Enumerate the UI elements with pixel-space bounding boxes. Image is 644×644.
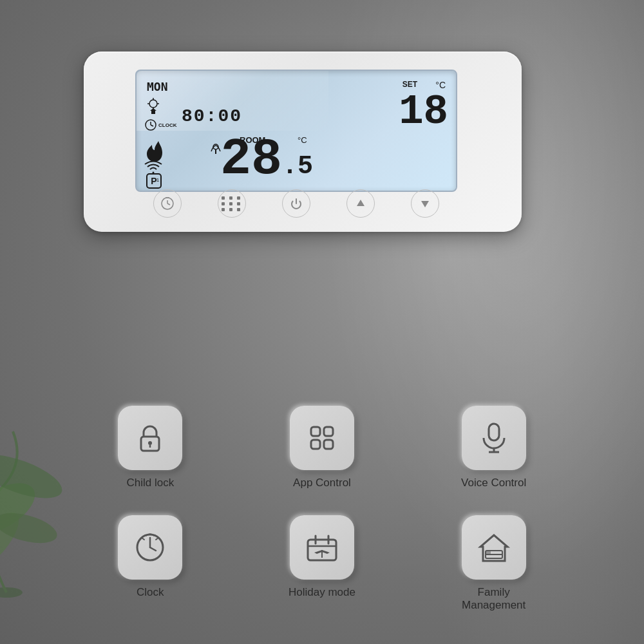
svg-rect-50: [486, 551, 491, 554]
feature-holiday-mode: Holiday mode: [289, 515, 355, 599]
svg-rect-31: [324, 427, 333, 436]
clock-small-icon: [144, 118, 157, 131]
svg-rect-30: [311, 427, 320, 436]
lock-icon: [135, 422, 166, 453]
up-button[interactable]: [346, 189, 375, 218]
holiday-mode-icon-box: [290, 515, 354, 580]
svg-line-40: [142, 538, 144, 540]
thermostat-buttons: [135, 189, 457, 218]
room-temp-main: 28: [220, 130, 282, 189]
up-arrow-icon: [355, 198, 366, 209]
svg-line-41: [156, 538, 158, 540]
down-button[interactable]: [411, 189, 439, 218]
voice-control-icon-box: [462, 406, 526, 470]
clock-icon-box: [118, 515, 182, 580]
svg-marker-47: [480, 535, 507, 561]
clock-label: Clock: [137, 586, 164, 599]
svg-rect-32: [311, 440, 320, 449]
svg-point-28: [148, 441, 152, 445]
clock-row: CLOCK: [144, 118, 176, 131]
holiday-icon: [305, 532, 339, 563]
clock-button[interactable]: [153, 189, 182, 218]
feature-child-lock: Child lock: [118, 406, 182, 489]
lcd-set-label: SET: [402, 80, 417, 89]
family-management-icon-box: [462, 515, 526, 580]
family-management-label: Family Management: [462, 586, 526, 612]
lcd-set-temp: 18: [399, 89, 448, 135]
svg-marker-25: [357, 200, 365, 206]
power-button[interactable]: [282, 189, 310, 218]
holiday-mode-label: Holiday mode: [289, 586, 355, 599]
apps-icon: [306, 422, 338, 454]
clock-text-label: CLOCK: [158, 122, 176, 128]
app-control-label: App Control: [293, 477, 351, 489]
feature-clock: Clock: [118, 515, 182, 599]
feature-voice-control: Voice Control: [461, 406, 526, 489]
svg-rect-11: [151, 111, 155, 114]
down-arrow-icon: [420, 198, 430, 209]
svg-point-5: [149, 100, 157, 108]
clock-large-icon: [134, 531, 166, 564]
schedule-icon: [144, 97, 162, 115]
p1-icon: P 1: [146, 173, 162, 189]
feature-family-management: Family Management: [462, 515, 526, 612]
menu-button[interactable]: [218, 189, 246, 218]
thermostat-device: MON: [84, 52, 522, 232]
clock-button-icon: [160, 196, 175, 211]
grid-icon: [222, 196, 242, 211]
lcd-time: 80:00: [182, 106, 242, 126]
room-temp-decimal: .5: [282, 152, 313, 181]
power-icon: [290, 197, 303, 210]
feature-app-control: App Control: [290, 406, 354, 489]
lcd-screen: MON: [135, 70, 457, 192]
child-lock-label: Child lock: [126, 477, 174, 489]
lcd-left-icons: CLOCK: [144, 97, 176, 131]
child-lock-icon-box: [118, 406, 182, 470]
svg-text:1: 1: [156, 177, 160, 183]
features-section: Child lock App Control Voice Control: [84, 406, 560, 612]
voice-control-label: Voice Control: [461, 477, 526, 489]
svg-rect-33: [324, 440, 333, 449]
svg-line-23: [167, 204, 170, 205]
mic-icon: [478, 421, 509, 455]
family-icon: [477, 531, 511, 564]
svg-marker-26: [421, 201, 429, 207]
svg-line-39: [150, 547, 156, 551]
lcd-day: MON: [147, 80, 168, 93]
svg-marker-10: [150, 108, 156, 111]
lcd-room-temp: 28.5: [220, 134, 313, 185]
svg-line-14: [151, 125, 153, 126]
app-control-icon-box: [290, 406, 354, 470]
svg-rect-34: [489, 424, 499, 440]
